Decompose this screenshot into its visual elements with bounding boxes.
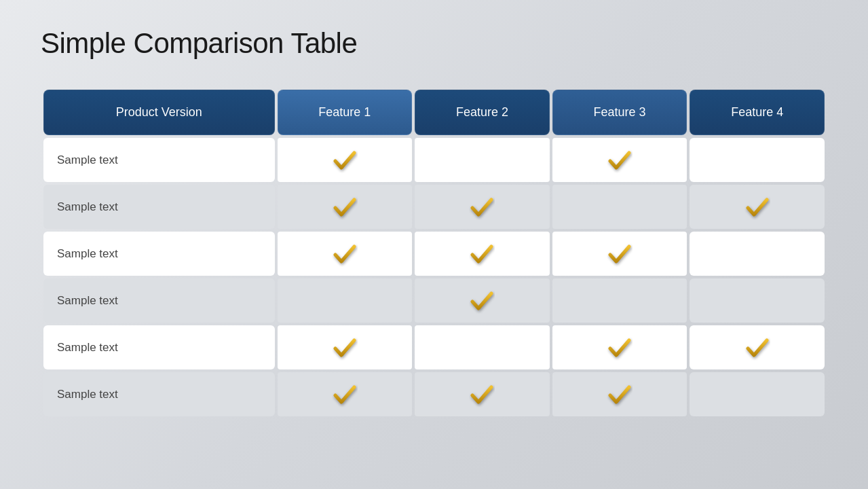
cell-row5-col2 [415, 325, 550, 369]
row-label: Sample text [57, 341, 118, 355]
header-feature-1: Feature 1 [278, 90, 413, 135]
cell-row2-col3 [552, 185, 687, 229]
row-label-cell: Sample text [43, 325, 275, 369]
checkmark-icon [332, 382, 358, 408]
row-label: Sample text [57, 247, 118, 261]
cell-row6-col4 [690, 372, 825, 416]
cell-row1-col2 [415, 138, 550, 182]
header-feature-2: Feature 2 [415, 90, 550, 135]
cell-row4-col3 [552, 278, 687, 323]
cell-row1-col3 [552, 138, 687, 182]
checkmark-icon [469, 241, 495, 267]
table-row: Sample text [43, 232, 825, 276]
cell-row3-col3 [552, 232, 687, 276]
table-row: Sample text [43, 325, 825, 369]
checkmark-icon [469, 382, 495, 408]
cell-row5-col1 [278, 325, 413, 369]
row-label-cell: Sample text [43, 232, 275, 276]
row-label: Sample text [57, 200, 118, 214]
checkmark-icon [332, 241, 358, 267]
checkmark-icon [607, 241, 633, 267]
table-row: Sample text [43, 372, 825, 416]
cell-row1-col1 [278, 138, 413, 182]
comparison-table: Product Version Feature 1 Feature 2 Feat… [41, 87, 827, 419]
cell-row3-col1 [278, 232, 413, 276]
cell-row3-col2 [415, 232, 550, 276]
row-label: Sample text [57, 153, 118, 167]
checkmark-icon [607, 335, 633, 361]
row-label: Sample text [57, 294, 118, 308]
header-product-version: Product Version [43, 90, 275, 135]
cell-row2-col1 [278, 185, 413, 229]
row-label-cell: Sample text [43, 372, 275, 416]
checkmark-icon [607, 382, 633, 408]
row-label-cell: Sample text [43, 138, 275, 182]
checkmark-icon [469, 288, 495, 314]
page-title: Simple Comparison Table [41, 27, 827, 60]
cell-row4-col1 [278, 278, 413, 323]
cell-row3-col4 [690, 232, 825, 276]
cell-row6-col3 [552, 372, 687, 416]
table-row: Sample text [43, 185, 825, 229]
cell-row5-col4 [690, 325, 825, 369]
row-label-cell: Sample text [43, 278, 275, 323]
header-feature-4: Feature 4 [690, 90, 825, 135]
cell-row4-col4 [690, 278, 825, 323]
table-header-row: Product Version Feature 1 Feature 2 Feat… [43, 90, 825, 135]
header-feature-3: Feature 3 [552, 90, 687, 135]
checkmark-icon [332, 335, 358, 361]
cell-row6-col1 [278, 372, 413, 416]
table-row: Sample text [43, 138, 825, 182]
row-label-cell: Sample text [43, 185, 275, 229]
cell-row5-col3 [552, 325, 687, 369]
cell-row2-col4 [690, 185, 825, 229]
table-row: Sample text [43, 278, 825, 323]
checkmark-icon [469, 194, 495, 220]
cell-row2-col2 [415, 185, 550, 229]
cell-row1-col4 [690, 138, 825, 182]
checkmark-icon [607, 147, 633, 173]
checkmark-icon [332, 147, 358, 173]
cell-row4-col2 [415, 278, 550, 323]
checkmark-icon [744, 194, 770, 220]
row-label: Sample text [57, 388, 118, 401]
checkmark-icon [744, 335, 770, 361]
checkmark-icon [332, 194, 358, 220]
cell-row6-col2 [415, 372, 550, 416]
